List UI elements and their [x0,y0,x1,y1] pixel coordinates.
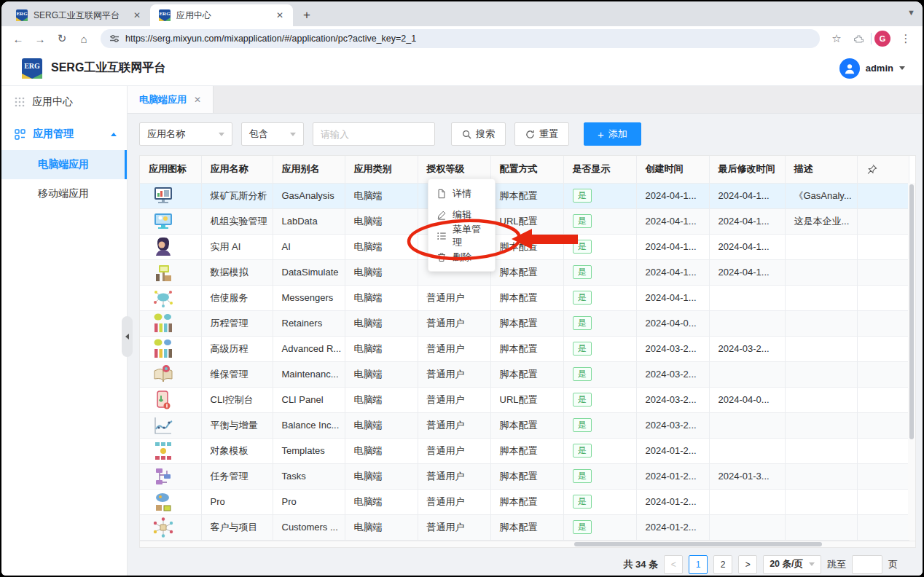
address-bar[interactable]: https://serg.mixyun.com/mixapplication/#… [101,29,820,48]
sidebar-item-app-center[interactable]: 应用中心 [1,86,127,118]
cell-app-icon [140,438,201,463]
field-select[interactable]: 应用名称 [139,122,232,146]
cell-visible: 是 [563,183,636,208]
jump-page-input[interactable] [852,555,882,574]
cell-auth-level: 普通用户 [418,463,490,489]
cell-config-type: 脚本配置 [490,514,563,540]
cell-created: 2024-04-1... [636,208,709,234]
status-badge: 是 [573,265,592,279]
monitor-weather-icon [152,215,175,226]
username-label[interactable]: admin [866,63,893,74]
cell-modified: 2024-03-2... [709,336,785,361]
status-badge: 是 [573,240,592,254]
cell-app-alias: DataSimulate [273,259,345,285]
page-button-1[interactable]: 1 [689,555,708,574]
bookmark-star-icon[interactable]: ☆ [827,29,846,48]
table-row[interactable]: 客户与项目Customers ...电脑端普通用户脚本配置是2024-01-2.… [140,514,909,540]
reset-button[interactable]: 重置 [514,122,569,146]
context-menu-item-menu-manage[interactable]: 菜单管理 [428,225,495,246]
cell-app-alias: Maintenanc... [273,361,345,387]
table-row[interactable]: 平衡与增量Balance Inc...电脑端普通用户脚本配置是2024-03-2… [140,412,909,438]
table-row[interactable]: ProPro电脑端普通用户脚本配置是2024-01-2... [140,489,909,514]
status-badge: 是 [573,520,592,534]
page-button-2[interactable]: 2 [713,555,732,574]
table-row[interactable]: 实用 AIAI电脑端脚本配置是2024-04-1...2024-04-1... [140,234,909,259]
table-row[interactable]: 数据模拟DataSimulate电脑端脚本配置是2024-04-1...2024… [140,259,909,285]
close-tab-icon[interactable]: ✕ [274,9,286,21]
edit-icon [436,210,447,220]
cell-pin [857,489,909,514]
vertical-scrollbar[interactable] [908,183,915,540]
browser-tab-1[interactable]: SERG工业互联网平台 ✕ [7,4,150,26]
tab-pc-apps[interactable]: 电脑端应用 ✕ [128,86,214,113]
cell-app-icon [140,489,201,514]
forward-icon[interactable]: → [31,29,50,48]
page-size-select[interactable]: 20 条/页 [763,555,821,574]
table-row[interactable]: 任务管理Tasks电脑端普通用户脚本配置是2024-01-2...2024-01… [140,463,909,489]
sidebar-item-pc-apps[interactable]: 电脑端应用 [1,150,127,179]
add-button[interactable]: + 添加 [584,122,641,146]
cell-app-name: 对象模板 [201,438,273,463]
close-icon[interactable]: ✕ [194,95,201,105]
home-icon[interactable]: ⌂ [74,29,93,48]
cell-category: 电脑端 [345,285,418,310]
table-row[interactable]: 对象模板Templates电脑端普通用户脚本配置是2024-01-2... [140,438,909,463]
table-header-row: 应用图标应用名称应用别名应用类别授权等级配置方式是否显示创建时间最后修改时间描述 [140,156,909,183]
cell-pin [857,361,909,387]
table-row[interactable]: 维保管理Maintenanc...电脑端普通用户脚本配置是2024-03-2..… [140,361,909,387]
sidebar-item-label: 应用管理 [33,127,74,141]
search-input[interactable] [313,122,435,146]
operator-select-value: 包含 [249,127,268,141]
new-tab-button[interactable]: + [297,6,316,25]
table-row[interactable]: 高级历程Advanced R...电脑端普通用户脚本配置是2024-03-2..… [140,336,909,361]
browser-toolbar: ← → ↻ ⌂ https://serg.mixyun.com/mixappli… [1,26,923,51]
browser-window: SERG工业互联网平台 ✕ 应用中心 ✕ + ▼ ← → ↻ ⌂ https:/… [1,1,923,576]
context-menu-item-details[interactable]: 详情 [428,183,495,204]
cell-auth-level: 普通用户 [418,489,490,514]
sidebar-item-app-manage[interactable]: 应用管理 [1,118,127,150]
next-page-button[interactable]: > [738,555,757,574]
cell-auth-level: 普通用户 [418,412,490,438]
site-settings-icon[interactable] [109,34,120,44]
context-menu-item-delete[interactable]: 删除 [428,246,495,267]
cell-config-type: 脚本配置 [490,336,563,361]
operator-select[interactable]: 包含 [241,122,304,146]
cell-app-icon [140,285,201,310]
apps-icon [15,129,26,140]
table-row[interactable]: CLI控制台CLI Panel电脑端普通用户URL配置是2024-03-2...… [140,387,909,412]
chevron-down-icon[interactable] [899,66,905,70]
pin-icon[interactable] [857,156,909,183]
browser-profile-avatar[interactable]: G [874,31,890,47]
search-button[interactable]: 搜索 [451,122,506,146]
prev-page-button[interactable]: < [664,555,683,574]
table-row[interactable]: 煤矿瓦斯分析GasAnalysis电脑端脚本配置是2024-04-1...202… [140,183,909,208]
browser-tab-title: SERG工业互联网平台 [34,9,125,22]
user-avatar[interactable] [839,58,860,79]
cell-modified [709,310,785,336]
tab-search-icon[interactable]: ▼ [907,8,915,17]
sidebar-collapse-handle[interactable] [122,316,133,357]
table-row[interactable]: 信使服务Messengers电脑端普通用户脚本配置是2024-04-1... [140,285,909,310]
cell-auth-level: 普通用户 [418,336,490,361]
status-badge: 是 [573,367,592,381]
cell-app-alias: Advanced R... [273,336,345,361]
reload-icon[interactable]: ↻ [52,29,71,48]
sidebar-item-mobile-apps[interactable]: 移动端应用 [1,179,127,208]
cell-app-alias: LabData [273,208,345,234]
desk-computer-icon [152,266,175,277]
cell-app-alias: GasAnalysis [273,183,345,208]
extensions-icon[interactable] [849,29,868,48]
table-row[interactable]: 历程管理Retainers电脑端普通用户脚本配置是2024-04-0... [140,310,909,336]
cell-app-icon [140,361,201,387]
back-icon[interactable]: ← [9,29,28,48]
browser-tab-2[interactable]: 应用中心 ✕ [150,4,293,26]
cell-app-name: 机组实验管理 [201,208,273,234]
table-row[interactable]: 机组实验管理LabData电脑端URL配置是2024-04-1...2024-0… [140,208,909,234]
cell-modified [709,489,785,514]
browser-menu-icon[interactable]: ⋮ [896,29,915,48]
cell-visible: 是 [563,412,636,438]
horizontal-scrollbar[interactable] [139,541,916,548]
close-tab-icon[interactable]: ✕ [131,9,143,21]
cell-config-type: 脚本配置 [490,361,563,387]
column-header: 创建时间 [636,156,709,183]
